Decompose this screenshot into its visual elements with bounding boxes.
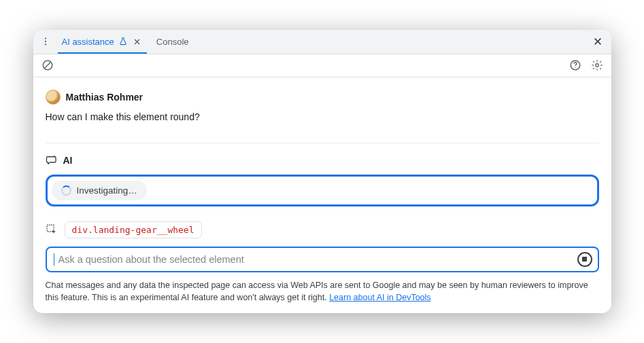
prompt-input-wrap[interactable] (46, 247, 599, 272)
status-text: Investigating… (77, 185, 137, 196)
kebab-menu-icon[interactable] (37, 33, 54, 50)
help-icon[interactable] (566, 56, 584, 74)
svg-point-1 (44, 41, 46, 42)
status-chip: Investigating… (52, 181, 147, 200)
svg-point-2 (44, 44, 46, 46)
author-row: Matthias Rohmer (46, 90, 599, 105)
selected-element-chip[interactable]: div.landing-gear__wheel (65, 221, 202, 238)
status-highlight: Investigating… (46, 175, 599, 206)
panel-close-icon[interactable] (588, 32, 607, 51)
tabs: AI assistance Console (55, 30, 196, 54)
select-element-icon[interactable] (46, 223, 58, 236)
svg-point-0 (44, 38, 46, 39)
tab-label: AI assistance (62, 37, 114, 47)
text-caret (54, 253, 54, 266)
footer-link[interactable]: Learn about AI in DevTools (329, 293, 430, 302)
chat-content: Matthias Rohmer How can I make this elem… (33, 77, 611, 279)
footer-text: Chat messages and any data the inspected… (46, 281, 588, 302)
gear-icon[interactable] (588, 56, 606, 74)
author-name: Matthias Rohmer (66, 92, 143, 103)
tab-ai-assistance[interactable]: AI assistance (55, 30, 150, 54)
close-icon[interactable] (132, 36, 143, 47)
spinner-icon (61, 185, 71, 196)
tab-label: Console (156, 37, 189, 47)
toolbar (33, 54, 611, 77)
avatar (46, 90, 61, 105)
svg-point-6 (595, 64, 598, 67)
tab-console[interactable]: Console (150, 30, 196, 54)
element-row: div.landing-gear__wheel (46, 221, 599, 238)
ai-header: AI (46, 154, 599, 166)
footer-disclaimer: Chat messages and any data the inspected… (33, 279, 611, 313)
flask-icon (118, 37, 128, 46)
cancel-icon[interactable] (39, 56, 56, 74)
svg-point-5 (575, 67, 575, 68)
user-message-text: How can I make this element round? (46, 111, 599, 122)
ai-label: AI (63, 155, 73, 166)
user-message: Matthias Rohmer How can I make this elem… (46, 90, 599, 122)
separator (46, 143, 599, 143)
prompt-input[interactable] (58, 254, 572, 265)
stop-button[interactable] (577, 252, 592, 267)
tab-bar: AI assistance Console (33, 30, 611, 54)
sparkle-chat-icon (46, 154, 58, 166)
devtools-panel: AI assistance Console (33, 30, 611, 313)
